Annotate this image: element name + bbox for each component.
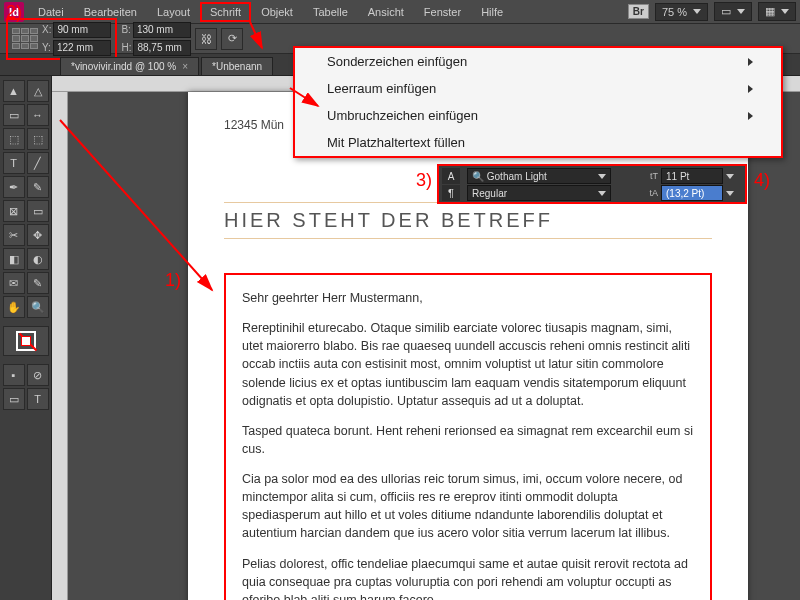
gap-tool[interactable]: ↔ [27,104,49,126]
menu-hilfe[interactable]: Hilfe [471,2,513,22]
screen-mode-dropdown[interactable]: ▦ [758,2,796,21]
body-paragraph: Tasped quateca borunt. Hent reheni rerio… [242,422,694,458]
document-tab[interactable]: *Unbenann [201,57,273,75]
constrain-proportions-icon[interactable]: ⛓ [195,28,217,50]
apply-color-icon[interactable]: ▪ [3,364,25,386]
content-placer-tool[interactable]: ⬚ [27,128,49,150]
pencil-tool[interactable]: ✎ [27,176,49,198]
font-style-dropdown[interactable]: Regular [467,185,611,201]
free-transform-tool[interactable]: ✥ [27,224,49,246]
subject-line: HIER STEHT DER BETREFF [224,202,712,239]
menu-schrift[interactable]: Schrift [200,2,251,22]
chevron-down-icon [598,174,606,179]
normal-view-icon[interactable]: ▭ [3,388,25,410]
h-field[interactable] [133,40,191,56]
pen-tool[interactable]: ✒ [3,176,25,198]
scissors-tool[interactable]: ✂ [3,224,25,246]
schrift-dropdown-menu: Sonderzeichen einfügen Leerraum einfügen… [293,46,783,158]
character-formatting-icon[interactable]: A [442,168,460,184]
menu-tabelle[interactable]: Tabelle [303,2,358,22]
menu-bar: Id Datei Bearbeiten Layout Schrift Objek… [0,0,800,24]
view-mode-dropdown[interactable]: ▭ [714,2,752,21]
chevron-down-icon[interactable] [726,174,734,179]
eyedropper-tool[interactable]: ✎ [27,272,49,294]
annotation-2: 2) [6,2,22,23]
y-field[interactable] [53,40,111,56]
body-paragraph: Pelias dolorest, offic tendeliae plaecum… [242,555,694,601]
type-tool[interactable]: T [3,152,25,174]
rotate-icon[interactable]: ⟳ [221,28,243,50]
chevron-down-icon [693,9,701,14]
chevron-down-icon [781,9,789,14]
menu-objekt[interactable]: Objekt [251,2,303,22]
text-frame[interactable]: Sehr geehrter Herr Mustermann, Rereptini… [224,273,712,600]
vertical-ruler[interactable] [52,92,68,600]
annotation-4: 4) [754,170,770,191]
fill-stroke-swatch[interactable] [3,326,49,356]
body-paragraph: Cia pa solor mod ea des ullorias reic to… [242,470,694,543]
font-family-dropdown[interactable]: 🔍 Gotham Light [467,168,611,184]
zoom-value: 75 % [662,6,687,18]
close-icon[interactable]: × [182,61,188,72]
x-field[interactable] [53,22,111,38]
chevron-down-icon[interactable] [726,191,734,196]
leading-icon: tA [614,188,658,198]
reference-point-grid[interactable] [12,28,38,50]
chevron-down-icon [598,191,606,196]
body-paragraph: Rereptinihil eturecabo. Otaque similib e… [242,319,694,410]
submenu-arrow-icon [748,58,753,66]
rectangle-tool[interactable]: ▭ [27,200,49,222]
menu-fenster[interactable]: Fenster [414,2,471,22]
salutation: Sehr geehrter Herr Mustermann, [242,289,694,307]
x-label: X: [42,24,51,35]
content-collector-tool[interactable]: ⬚ [3,128,25,150]
y-label: Y: [42,42,51,53]
chevron-down-icon [737,9,745,14]
annotation-1: 1) [165,270,181,291]
paragraph-formatting-icon[interactable]: ¶ [442,185,460,201]
gradient-swatch-tool[interactable]: ◧ [3,248,25,270]
direct-selection-tool[interactable]: △ [27,80,49,102]
zoom-tool[interactable]: 🔍 [27,296,49,318]
menu-item-sonderzeichen[interactable]: Sonderzeichen einfügen [295,48,781,75]
menu-layout[interactable]: Layout [147,2,200,22]
menu-ansicht[interactable]: Ansicht [358,2,414,22]
gradient-feather-tool[interactable]: ◐ [27,248,49,270]
note-tool[interactable]: ✉ [3,272,25,294]
hand-tool[interactable]: ✋ [3,296,25,318]
font-size-icon: tT [614,171,658,181]
menu-item-leerraum[interactable]: Leerraum einfügen [295,75,781,102]
w-field[interactable] [133,22,191,38]
selection-tool[interactable]: ▲ [3,80,25,102]
bridge-badge-icon[interactable]: Br [628,4,649,19]
submenu-arrow-icon [748,112,753,120]
zoom-level-dropdown[interactable]: 75 % [655,3,708,21]
annotation-3: 3) [416,170,432,191]
rectangle-frame-tool[interactable]: ⊠ [3,200,25,222]
apply-none-icon[interactable]: ⊘ [27,364,49,386]
page-tool[interactable]: ▭ [3,104,25,126]
menu-item-umbruchzeichen[interactable]: Umbruchzeichen einfügen [295,102,781,129]
menu-item-platzhaltertext[interactable]: Mit Platzhaltertext füllen [295,129,781,156]
w-label: B: [121,24,130,35]
tools-panel: ▲△ ▭↔ ⬚⬚ T╱ ✒✎ ⊠▭ ✂✥ ◧◐ ✉✎ ✋🔍 ▪⊘ ▭T [0,76,52,600]
document-tab[interactable]: *vinovivir.indd @ 100 %× [60,57,199,75]
transform-controls: X: Y: [6,18,117,60]
character-panel: A 🔍 Gotham Light tT 11 Pt ¶ Regular tA (… [437,164,747,204]
h-label: H: [121,42,131,53]
font-size-field[interactable]: 11 Pt [661,168,723,184]
preview-view-icon[interactable]: T [27,388,49,410]
submenu-arrow-icon [748,85,753,93]
leading-field[interactable]: (13,2 Pt) [661,185,723,201]
line-tool[interactable]: ╱ [27,152,49,174]
